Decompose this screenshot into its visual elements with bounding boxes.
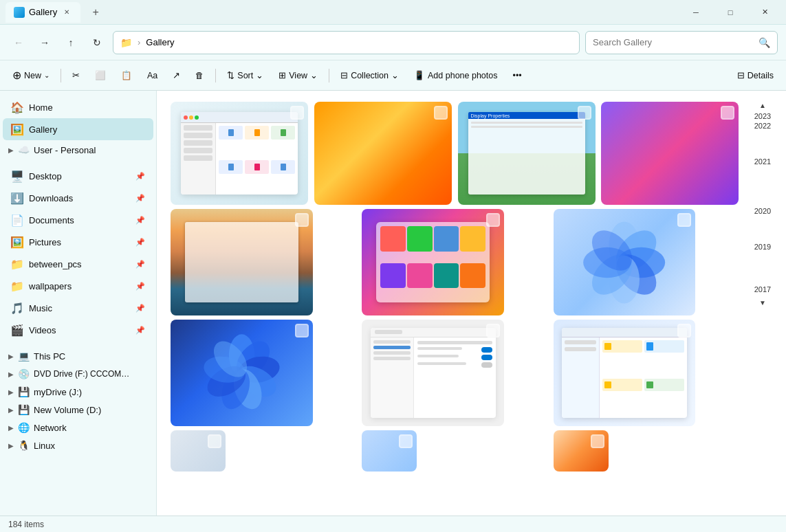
sidebar-item-pictures[interactable]: 🖼️ Pictures 📌 — [3, 231, 153, 253]
sidebar-item-between-pcs[interactable]: 📁 between_pcs 📌 — [3, 253, 153, 275]
close-button[interactable]: ✕ — [749, 0, 780, 25]
sidebar-item-wallpapers[interactable]: 📁 wallpapers 📌 — [3, 275, 153, 297]
fm-sidebar-item-3 — [184, 140, 212, 146]
sidebar-dvd-section[interactable]: ▶ 💿 DVD Drive (F:) CCCOMA_X64F... — [3, 366, 153, 382]
sidebar-item-desktop[interactable]: 🖥️ Desktop 📌 — [3, 165, 153, 187]
xp-title-text: Display Properties — [471, 113, 510, 118]
sidebar-item-home[interactable]: 🏠 Home — [3, 96, 153, 118]
new-chevron-icon: ⌄ — [44, 71, 50, 79]
timeline-year-2021[interactable]: 2021 — [754, 157, 771, 166]
more-button[interactable]: ••• — [506, 65, 529, 87]
gallery-item-13[interactable] — [554, 430, 609, 472]
view-icon: ⊞ — [279, 70, 286, 80]
address-input[interactable]: 📁 › Gallery — [113, 31, 580, 54]
item-checkbox-10[interactable] — [677, 324, 691, 337]
sort-button[interactable]: ⇅ Sort ⌄ — [220, 65, 270, 87]
gallery-item-10[interactable] — [554, 320, 696, 426]
sidebar-item-downloads[interactable]: ⬇️ Downloads 📌 — [3, 187, 153, 209]
sidebar-user-section[interactable]: ▶ ☁️ User - Personal — [3, 142, 153, 158]
sidebar-mydrive-section[interactable]: ▶ 💾 myDrive (J:) — [3, 384, 153, 400]
gallery-item-7[interactable] — [554, 209, 696, 315]
item-checkbox-2[interactable] — [434, 106, 448, 120]
gallery-item-9[interactable] — [362, 320, 504, 426]
fm-file-5 — [245, 160, 269, 174]
item-checkbox-11[interactable] — [208, 434, 221, 448]
gallery-item-11[interactable] — [171, 430, 226, 472]
sidebar-network-section[interactable]: ▶ 🌐 Network — [3, 419, 153, 436]
share-button[interactable]: ↗ — [166, 65, 187, 87]
item-checkbox-6[interactable] — [486, 213, 500, 227]
minimize-button[interactable]: ─ — [680, 0, 712, 25]
item-checkbox-1[interactable] — [290, 106, 304, 120]
sidebar-new-volume-section[interactable]: ▶ 💾 New Volume (D:) — [3, 401, 153, 418]
tab-close-button[interactable]: ✕ — [61, 7, 72, 18]
timeline-year-2020[interactable]: 2020 — [754, 207, 771, 215]
title-bar: Gallery ✕ + ─ □ ✕ — [0, 0, 786, 25]
new-tab-button[interactable]: + — [86, 3, 105, 22]
item-checkbox-9[interactable] — [486, 324, 500, 337]
pictures-label: Pictures — [29, 237, 130, 247]
item-checkbox-7[interactable] — [677, 213, 691, 227]
thumbnail-6 — [362, 209, 504, 315]
item-checkbox-13[interactable] — [591, 434, 604, 448]
fm-file-6 — [271, 160, 295, 174]
collection-button[interactable]: ⊟ Collection ⌄ — [334, 65, 406, 87]
app-icon-4 — [460, 226, 485, 252]
gallery-content: Display Properties — [157, 91, 786, 516]
gallery-item-5[interactable] — [171, 209, 313, 315]
gallery-item-3[interactable]: Display Properties — [458, 102, 596, 205]
music-icon: 🎵 — [11, 302, 23, 314]
timeline-year-2023[interactable]: 2023 — [754, 112, 771, 120]
details-button[interactable]: ⊟ Details — [730, 65, 780, 87]
timeline-year-2019[interactable]: 2019 — [754, 243, 771, 251]
sidebar-item-music[interactable]: 🎵 Music 📌 — [3, 297, 153, 319]
gallery-tab[interactable]: Gallery ✕ — [6, 2, 80, 23]
dvd-label: DVD Drive (F:) CCCOMA_X64F... — [34, 369, 130, 379]
linux-label: Linux — [34, 441, 55, 451]
timeline-year-2022[interactable]: 2022 — [754, 122, 771, 130]
sidebar-item-videos[interactable]: 🎬 Videos 📌 — [3, 319, 153, 341]
sidebar-linux-section[interactable]: ▶ 🐧 Linux — [3, 437, 153, 454]
thumbnail-9 — [362, 320, 504, 426]
new-button[interactable]: ⊕ New ⌄ — [6, 65, 56, 87]
item-checkbox-3[interactable] — [578, 106, 591, 120]
cut-button[interactable]: ✂ — [65, 65, 87, 87]
gallery-item-8[interactable] — [171, 320, 313, 426]
documents-label: Documents — [29, 215, 130, 225]
gallery-item-2[interactable] — [314, 102, 452, 205]
sidebar-this-pc-section[interactable]: ▶ 💻 This PC — [3, 348, 153, 364]
item-checkbox-12[interactable] — [399, 434, 413, 448]
search-box[interactable]: 🔍 — [585, 31, 778, 54]
timeline-year-2017[interactable]: 2017 — [754, 285, 771, 293]
delete-button[interactable]: 🗑 — [188, 65, 211, 87]
search-input[interactable] — [593, 37, 754, 47]
forward-button[interactable]: → — [34, 32, 55, 53]
item-checkbox-4[interactable] — [721, 106, 734, 120]
up-button[interactable]: ↑ — [61, 32, 81, 53]
back-button[interactable]: ← — [8, 32, 29, 53]
settings-titlebar — [371, 328, 496, 337]
app-icon-6 — [407, 263, 433, 289]
maximize-button[interactable]: □ — [714, 0, 746, 25]
gallery-item-6[interactable] — [362, 209, 504, 315]
settings-main — [414, 337, 495, 419]
sidebar-item-gallery[interactable]: 🖼️ Gallery — [3, 118, 153, 140]
gallery-item-1[interactable] — [171, 102, 308, 205]
add-phone-button[interactable]: 📱 Add phone photos — [407, 65, 504, 87]
sidebar-item-documents[interactable]: 📄 Documents 📌 — [3, 209, 153, 231]
mydrive-chevron-icon: ▶ — [8, 388, 14, 396]
paste-button[interactable]: 📋 — [114, 65, 139, 87]
rename-button[interactable]: Aa — [140, 65, 164, 87]
gallery-item-4[interactable] — [601, 102, 739, 205]
copy-button[interactable]: ⬜ — [88, 65, 113, 87]
collection-icon: ⊟ — [340, 70, 348, 80]
item-checkbox-8[interactable] — [295, 324, 309, 337]
fm-sidebar — [181, 123, 216, 195]
new-volume-label: New Volume (D:) — [34, 405, 101, 415]
refresh-button[interactable]: ↻ — [87, 32, 107, 53]
gallery-item-12[interactable] — [362, 430, 417, 472]
item-checkbox-5[interactable] — [295, 213, 309, 227]
rename-icon: Aa — [147, 71, 157, 80]
view-button[interactable]: ⊞ View ⌄ — [272, 65, 325, 87]
sort-chevron-icon: ⌄ — [256, 70, 263, 80]
